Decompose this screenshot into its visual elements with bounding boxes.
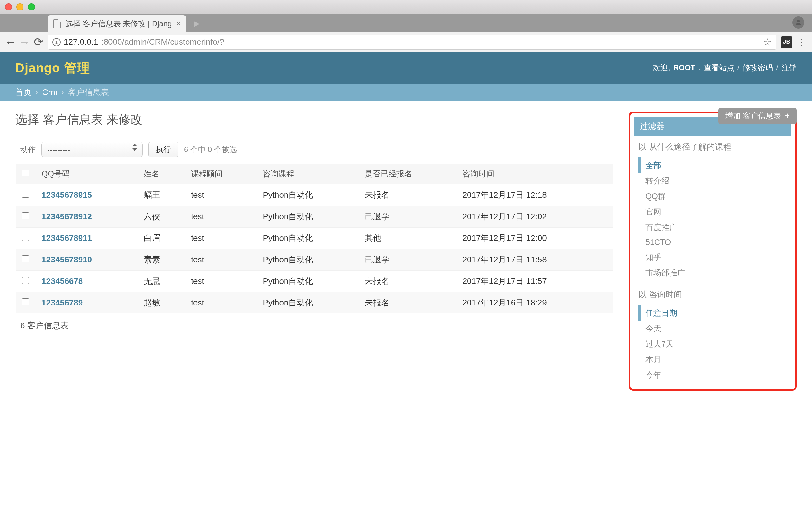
filter-item[interactable]: 转介绍 (639, 173, 787, 188)
action-select-wrap[interactable]: --------- (41, 142, 143, 158)
site-info-icon[interactable]: i (52, 38, 61, 46)
breadcrumb-current: 客户信息表 (68, 87, 109, 98)
cell: 六侠 (137, 206, 185, 228)
filter-item[interactable]: 过去7天 (639, 336, 787, 352)
filters-panel: 过滤器 以 从什么途径了解的课程全部转介绍QQ群官网百度推广51CTO知乎市场部… (629, 112, 797, 391)
cell: 2017年12月17日 12:02 (456, 206, 613, 228)
cell: Python自动化 (256, 206, 358, 228)
filter-item[interactable]: 官网 (639, 204, 787, 220)
row-link[interactable]: 12345678910 (42, 255, 92, 264)
go-button[interactable]: 执行 (148, 142, 178, 158)
cell: 素素 (137, 249, 185, 271)
filter-item[interactable]: 51CTO (639, 235, 787, 249)
column-header[interactable]: QQ号码 (35, 164, 137, 184)
close-icon[interactable]: × (176, 20, 181, 28)
row-link[interactable]: 123456789 (42, 298, 83, 307)
window-minimize-button[interactable] (16, 3, 23, 10)
row-checkbox[interactable] (22, 277, 29, 284)
column-header[interactable]: 咨询课程 (256, 164, 358, 184)
cell: test (185, 184, 257, 206)
nav-forward-button[interactable]: → (20, 38, 29, 47)
page-body: Django 管理 欢迎, ROOT. 查看站点 / 修改密码 / 注销 首页 … (0, 52, 812, 507)
action-select[interactable]: --------- (42, 142, 142, 157)
site-brand[interactable]: Django 管理 (15, 59, 90, 77)
add-button[interactable]: 增加 客户信息表 + (718, 108, 797, 124)
changelist-table: QQ号码姓名课程顾问咨询课程是否已经报名咨询时间 12345678915蝠王te… (15, 163, 613, 314)
cell: test (185, 271, 257, 292)
cell: test (185, 249, 257, 271)
window-titlebar (0, 0, 812, 14)
filter-item[interactable]: 百度推广 (639, 220, 787, 235)
view-site-link[interactable]: 查看站点 (704, 63, 734, 73)
column-header[interactable]: 课程顾问 (185, 164, 257, 184)
cell: 已退学 (358, 206, 456, 228)
user-tools: 欢迎, ROOT. 查看站点 / 修改密码 / 注销 (653, 63, 797, 73)
browser-menu-button[interactable]: ⋮ (797, 37, 806, 47)
breadcrumb-home[interactable]: 首页 (15, 87, 32, 98)
cell: 已退学 (358, 249, 456, 271)
bookmark-icon[interactable]: ☆ (763, 37, 772, 48)
extension-icon[interactable]: JB (781, 37, 792, 48)
row-checkbox[interactable] (22, 298, 29, 305)
url-path: :8000/admin/CRM/customerinfo/? (101, 37, 224, 47)
table-row: 12345678911白眉testPython自动化其他2017年12月17日 … (15, 228, 613, 249)
action-bar: 动作 --------- 执行 6 个中 0 个被选 (15, 142, 613, 158)
filter-block: 以 咨询时间任意日期今天过去7天本月今年 (634, 283, 792, 385)
welcome-text: 欢迎, (653, 63, 670, 73)
row-link[interactable]: 12345678915 (42, 190, 92, 200)
breadcrumb-app[interactable]: Crm (42, 88, 58, 97)
address-bar[interactable]: i 127.0.0.1:8000/admin/CRM/customerinfo/… (48, 35, 776, 50)
cell: 2017年12月17日 11:57 (456, 271, 613, 292)
filter-item[interactable]: 今天 (639, 321, 787, 336)
row-link[interactable]: 123456678 (42, 276, 83, 286)
select-all-checkbox[interactable] (22, 170, 29, 176)
tab-title: 选择 客户信息表 来修改 | Djang (65, 19, 172, 29)
row-link[interactable]: 12345678911 (42, 233, 92, 243)
table-row: 123456789赵敏testPython自动化未报名2017年12月16日 1… (15, 292, 613, 314)
cell: Python自动化 (256, 292, 358, 314)
select-all-header[interactable] (15, 164, 36, 184)
browser-toolbar: ← → ⟳ i 127.0.0.1:8000/admin/CRM/custome… (0, 32, 812, 52)
filter-block: 以 从什么途径了解的课程全部转介绍QQ群官网百度推广51CTO知乎市场部推广 (634, 135, 792, 283)
cell: 2017年12月17日 12:00 (456, 228, 613, 249)
filter-item[interactable]: 本月 (639, 352, 787, 367)
filter-item[interactable]: 全部 (639, 158, 787, 173)
row-checkbox[interactable] (22, 234, 29, 241)
logout-link[interactable]: 注销 (781, 63, 797, 73)
cell: 蝠王 (137, 184, 185, 206)
cell: test (185, 292, 257, 314)
table-row: 123456678无忌testPython自动化未报名2017年12月17日 1… (15, 271, 613, 292)
site-header: Django 管理 欢迎, ROOT. 查看站点 / 修改密码 / 注销 (0, 52, 812, 83)
row-link[interactable]: 12345678912 (42, 212, 92, 221)
cell: 未报名 (358, 184, 456, 206)
row-checkbox[interactable] (22, 256, 29, 262)
cell: 未报名 (358, 292, 456, 314)
profile-avatar[interactable] (792, 16, 804, 29)
cell: 白眉 (137, 228, 185, 249)
nav-reload-button[interactable]: ⟳ (34, 38, 43, 47)
window-close-button[interactable] (5, 3, 12, 10)
action-label: 动作 (20, 145, 36, 155)
window-maximize-button[interactable] (28, 3, 35, 10)
page-title: 选择 客户信息表 来修改 (15, 112, 613, 128)
cell: Python自动化 (256, 271, 358, 292)
filter-item[interactable]: 今年 (639, 367, 787, 383)
cell: 无忌 (137, 271, 185, 292)
filter-item[interactable]: 任意日期 (639, 305, 787, 321)
new-tab-button[interactable] (190, 18, 203, 31)
browser-tab[interactable]: 选择 客户信息表 来修改 | Djang × (48, 15, 186, 32)
column-header[interactable]: 姓名 (137, 164, 185, 184)
row-checkbox[interactable] (22, 212, 29, 219)
cell: 2017年12月17日 12:18 (456, 184, 613, 206)
cell: 2017年12月16日 18:29 (456, 292, 613, 314)
filter-item[interactable]: QQ群 (639, 188, 787, 204)
filter-item[interactable]: 知乎 (639, 249, 787, 265)
filter-item[interactable]: 市场部推广 (639, 265, 787, 280)
document-icon (53, 19, 61, 28)
cell: Python自动化 (256, 249, 358, 271)
change-password-link[interactable]: 修改密码 (743, 63, 773, 73)
column-header[interactable]: 是否已经报名 (358, 164, 456, 184)
nav-back-button[interactable]: ← (6, 38, 15, 47)
row-checkbox[interactable] (22, 191, 29, 198)
column-header[interactable]: 咨询时间 (456, 164, 613, 184)
